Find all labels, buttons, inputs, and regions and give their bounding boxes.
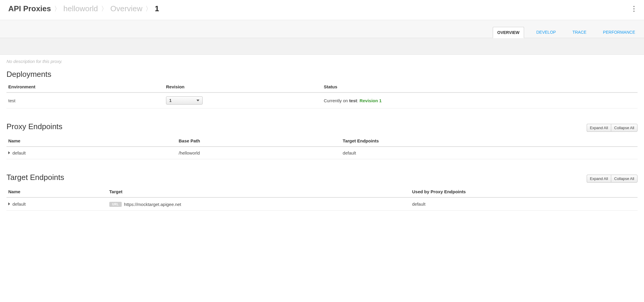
proxy-endpoints-title: Proxy Endpoints [6, 122, 62, 131]
table-row[interactable]: default URLhttps://mocktarget.apigee.net… [6, 197, 638, 210]
breadcrumb-revision: 1 [155, 4, 159, 13]
tabs-bar: OVERVIEW DEVELOP TRACE PERFORMANCE [0, 20, 644, 38]
tab-performance[interactable]: PERFORMANCE [599, 27, 639, 38]
table-row: test 1 Currently on test: Revision 1 [6, 92, 638, 108]
collapse-all-button[interactable]: Collapse All [611, 175, 638, 183]
col-status: Status [322, 81, 638, 92]
kebab-menu-icon[interactable] [632, 5, 636, 13]
revision-dropdown[interactable]: 1 [166, 96, 203, 105]
proxy-endpoint-target: default [341, 147, 638, 159]
caret-right-icon[interactable] [8, 202, 10, 205]
target-endpoint-url: https://mocktarget.apigee.net [124, 202, 181, 207]
deployments-title: Deployments [6, 70, 638, 79]
col-basepath: Base Path [177, 135, 341, 147]
target-endpoints-table: Name Target Used by Proxy Endpoints defa… [6, 186, 638, 211]
status-cell: Currently on test: Revision 1 [322, 92, 638, 108]
tab-overview[interactable]: OVERVIEW [493, 27, 524, 38]
target-endpoint-name: default [12, 202, 26, 207]
col-revision: Revision [164, 81, 322, 92]
table-row[interactable]: default /helloworld default [6, 147, 638, 159]
collapse-all-button[interactable]: Collapse All [611, 124, 638, 132]
chevron-right-icon: 〉 [145, 4, 152, 13]
caret-right-icon[interactable] [8, 151, 10, 154]
target-endpoints-toggle-group: Expand All Collapse All [587, 175, 638, 183]
url-badge: URL [109, 202, 122, 207]
environment-cell: test [6, 92, 164, 108]
main-content: No description for this proxy. Deploymen… [0, 55, 644, 236]
proxy-endpoint-basepath: /helloworld [177, 147, 341, 159]
chevron-right-icon: 〉 [54, 4, 61, 13]
col-usedby: Used by Proxy Endpoints [410, 186, 638, 197]
proxy-endpoints-toggle-group: Expand All Collapse All [587, 124, 638, 132]
breadcrumb: API Proxies 〉 helloworld 〉 Overview 〉 1 [8, 4, 159, 13]
tab-develop[interactable]: DEVELOP [532, 27, 560, 38]
col-target: Target [108, 186, 410, 197]
expand-all-button[interactable]: Expand All [587, 175, 611, 183]
breadcrumb-proxy[interactable]: helloworld [64, 4, 98, 13]
breadcrumb-root[interactable]: API Proxies [8, 4, 51, 13]
status-revision-link[interactable]: Revision 1 [360, 98, 382, 103]
target-endpoints-title: Target Endpoints [6, 173, 64, 182]
proxy-endpoint-name: default [12, 150, 26, 155]
chevron-down-icon [196, 100, 199, 101]
deployments-table: Environment Revision Status test 1 Curre… [6, 81, 638, 108]
expand-all-button[interactable]: Expand All [587, 124, 611, 132]
page-header: API Proxies 〉 helloworld 〉 Overview 〉 1 [0, 0, 644, 20]
tab-trace[interactable]: TRACE [568, 27, 591, 38]
proxy-endpoints-table: Name Base Path Target Endpoints default … [6, 135, 638, 159]
col-name: Name [6, 186, 108, 197]
revision-dropdown-value: 1 [169, 98, 172, 103]
breadcrumb-view[interactable]: Overview [110, 4, 142, 13]
col-environment: Environment [6, 81, 164, 92]
target-endpoint-usedby: default [410, 197, 638, 210]
spacer-band [0, 38, 644, 55]
chevron-right-icon: 〉 [101, 4, 108, 13]
proxy-description: No description for this proxy. [6, 59, 638, 64]
col-name: Name [6, 135, 177, 147]
col-target-endpoints: Target Endpoints [341, 135, 638, 147]
